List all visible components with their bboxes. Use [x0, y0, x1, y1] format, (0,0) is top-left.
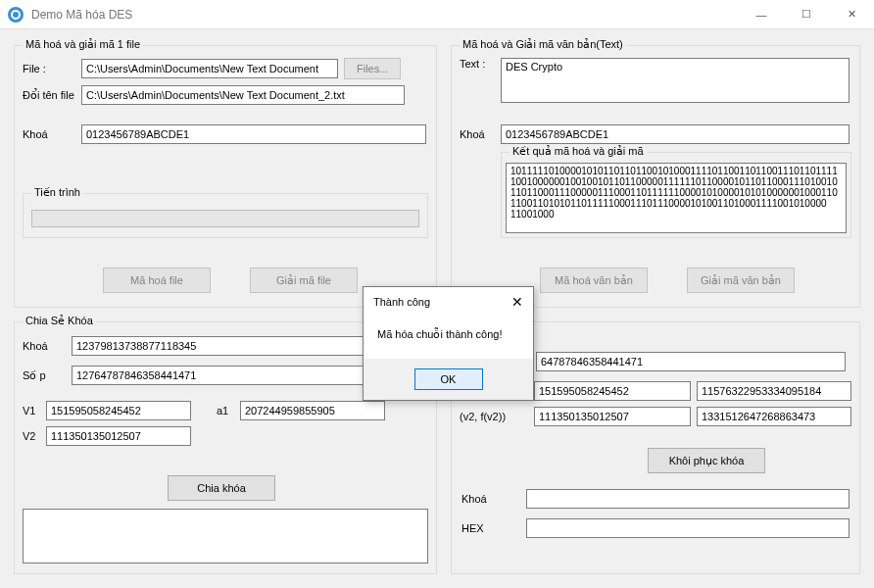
decrypt-file-button[interactable]: Giải mã file — [250, 268, 358, 293]
dialog-close-icon[interactable]: ✕ — [511, 294, 523, 310]
progress-bar — [31, 210, 419, 227]
text-key-input[interactable] — [501, 124, 850, 144]
v2-label: V2 — [23, 430, 40, 442]
result-output[interactable] — [506, 163, 847, 233]
restore-key-button[interactable]: Khôi phục khóa — [648, 448, 765, 473]
success-dialog: Thành công ✕ Mã hóa chuỗi thành công! OK — [363, 286, 534, 401]
hex-input[interactable] — [526, 518, 850, 538]
result-group: Kết quả mã hoá và giải mã — [501, 152, 851, 238]
maximize-button[interactable]: ☐ — [784, 0, 829, 29]
window-controls: — ☐ ✕ — [739, 0, 874, 29]
share-key-label: Khoá — [23, 340, 66, 352]
rename-path-input[interactable] — [81, 85, 405, 105]
files-button[interactable]: Files... — [344, 58, 401, 79]
restore-key-label: Khoá — [461, 493, 520, 505]
file-key-input[interactable] — [81, 124, 426, 144]
restore-key-input[interactable] — [526, 489, 850, 509]
rename-label: Đổi tên file — [23, 89, 75, 102]
result-legend: Kết quả mã hoá và giải mã — [510, 145, 647, 158]
app-icon — [8, 7, 24, 23]
dialog-message: Mã hóa chuỗi thành công! — [364, 317, 533, 359]
a1-label: a1 — [217, 405, 234, 416]
text-key-label: Khoá — [460, 128, 495, 140]
file-group: Mã hoá và giải mã 1 file File : Files...… — [14, 45, 437, 308]
share-p-label: Số p — [23, 369, 66, 382]
share-output[interactable] — [23, 509, 428, 564]
file-path-input[interactable] — [81, 59, 338, 78]
encrypt-text-button[interactable]: Mã hoá văn bản — [540, 268, 648, 293]
minimize-button[interactable]: — — [739, 0, 784, 29]
share-left-legend: Chia Sẻ Khóa — [23, 315, 96, 327]
split-key-button[interactable]: Chia khóa — [168, 475, 275, 501]
progress-legend: Tiến trình — [31, 186, 83, 199]
right-p-input[interactable] — [536, 352, 846, 371]
v2-input[interactable] — [46, 426, 191, 446]
v2f-b-input[interactable] — [697, 407, 851, 426]
decrypt-text-button[interactable]: Giải mã văn bản — [687, 268, 795, 293]
text-group: Mã hoá và Giải mã văn bản(Text) Text : K… — [451, 45, 860, 308]
a1-input[interactable] — [240, 401, 385, 420]
close-button[interactable]: ✕ — [829, 0, 874, 29]
v2f-a-input[interactable] — [534, 407, 691, 426]
v1-label: V1 — [23, 405, 40, 416]
file-label: File : — [23, 63, 75, 74]
file-group-legend: Mã hoá và giải mã 1 file — [23, 38, 143, 51]
progress-group: Tiến trình — [23, 193, 428, 238]
v1f-a-input[interactable] — [534, 381, 691, 401]
v1f-b-input[interactable] — [697, 381, 851, 401]
titlebar: Demo Mã hóa DES — ☐ ✕ — [0, 0, 874, 29]
dialog-ok-button[interactable]: OK — [414, 368, 483, 390]
hex-label: HEX — [461, 522, 520, 534]
encrypt-file-button[interactable]: Mã hoá file — [103, 268, 211, 293]
text-label: Text : — [460, 58, 495, 70]
v1-input[interactable] — [46, 401, 191, 420]
v2f-label: (v2, f(v2)) — [460, 411, 528, 422]
dialog-title: Thành công — [373, 296, 430, 308]
window-title: Demo Mã hóa DES — [31, 8, 132, 22]
file-key-label: Khoá — [23, 128, 75, 140]
text-input[interactable] — [501, 58, 850, 103]
text-group-legend: Mã hoá và Giải mã văn bản(Text) — [460, 38, 626, 51]
